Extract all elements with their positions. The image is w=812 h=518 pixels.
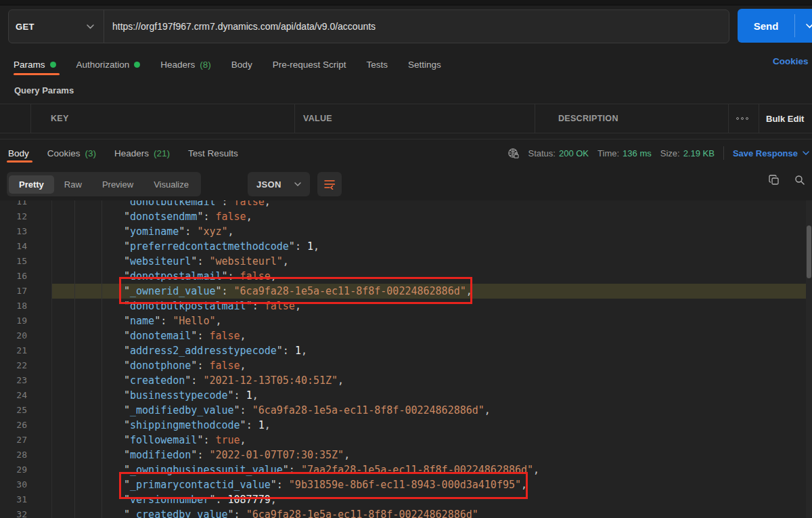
chevron-down-icon bbox=[87, 24, 94, 29]
more-options-icon[interactable] bbox=[736, 104, 748, 133]
code-line-24: 24"businesstypecode": 1, bbox=[0, 388, 812, 403]
line-number: 29 bbox=[0, 462, 51, 477]
scrollbar-thumb[interactable] bbox=[807, 225, 811, 278]
column-header-key: KEY bbox=[51, 104, 69, 133]
url-input[interactable]: https://orgf197f967.crm7.dynamics.com/ap… bbox=[104, 10, 729, 43]
status-readout: Status: 200 OK bbox=[528, 148, 589, 158]
line-number: 12 bbox=[0, 209, 51, 224]
line-number: 22 bbox=[0, 358, 51, 373]
tab-headers[interactable]: Headers (8) bbox=[160, 60, 211, 70]
tab-params-label: Params bbox=[14, 60, 45, 70]
http-method-value: GET bbox=[16, 22, 35, 32]
tab-body[interactable]: Body bbox=[231, 60, 252, 70]
globe-lock-icon bbox=[508, 148, 519, 159]
send-button[interactable]: Send bbox=[738, 9, 812, 43]
code-line-23: 23"createdon": "2021-12-13T05:40:51Z", bbox=[0, 373, 812, 388]
code-line-14: 14"preferredcontactmethodcode": 1, bbox=[0, 239, 812, 254]
tab-tests[interactable]: Tests bbox=[366, 60, 388, 70]
code-line-13: 13"yominame": "xyz", bbox=[0, 224, 812, 239]
line-number: 24 bbox=[0, 388, 51, 403]
chevron-down-icon bbox=[294, 182, 301, 186]
column-divider bbox=[759, 104, 759, 133]
size-readout: Size: 2.19 KB bbox=[660, 148, 715, 158]
line-number: 15 bbox=[0, 254, 51, 269]
tab-headers-label: Headers bbox=[160, 60, 195, 70]
response-tab-cookies[interactable]: Cookies (3) bbox=[47, 148, 96, 158]
language-value: JSON bbox=[256, 179, 281, 190]
time-readout: Time: 136 ms bbox=[597, 148, 652, 158]
response-tab-headers[interactable]: Headers (21) bbox=[114, 148, 170, 158]
tab-pre-request-script[interactable]: Pre-request Script bbox=[273, 60, 346, 70]
column-header-description: DESCRIPTION bbox=[558, 104, 618, 133]
response-meta-bar: Status: 200 OK Time: 136 ms Size: 2.19 K… bbox=[508, 139, 809, 167]
text-wrap-icon bbox=[323, 179, 336, 190]
response-tab-body-label: Body bbox=[8, 148, 29, 158]
tab-params[interactable]: Params bbox=[14, 60, 56, 70]
line-number: 27 bbox=[0, 433, 51, 448]
query-params-table-header: KEY VALUE DESCRIPTION Bulk Edit bbox=[0, 104, 812, 133]
size-value: 2.19 KB bbox=[683, 148, 715, 158]
line-number: 13 bbox=[0, 224, 51, 239]
view-visualize[interactable]: Visualize bbox=[143, 175, 199, 194]
line-number: 28 bbox=[0, 448, 51, 462]
code-line-11: 11"donotbulkemail": false, bbox=[0, 200, 812, 209]
response-body-editor[interactable]: 11"donotbulkemail": false,12"donotsendmm… bbox=[0, 200, 812, 518]
code-line-32: 32"_createdby_value": "6ca9fa28-1e5a-ec1… bbox=[0, 507, 812, 518]
bulk-edit-button[interactable]: Bulk Edit bbox=[766, 104, 804, 133]
line-number: 18 bbox=[0, 299, 51, 314]
view-pretty[interactable]: Pretty bbox=[9, 175, 54, 194]
response-tab-body[interactable]: Body bbox=[8, 148, 29, 158]
line-number: 30 bbox=[0, 477, 51, 492]
chevron-down-icon[interactable] bbox=[795, 9, 812, 43]
code-line-20: 20"donotemail": false, bbox=[0, 328, 812, 343]
top-divider bbox=[0, 0, 812, 5]
line-number: 20 bbox=[0, 328, 51, 343]
size-label: Size: bbox=[660, 148, 680, 158]
cookies-link[interactable]: Cookies bbox=[773, 56, 809, 66]
line-number: 26 bbox=[0, 418, 51, 433]
tab-settings[interactable]: Settings bbox=[408, 60, 441, 70]
line-number: 25 bbox=[0, 403, 51, 418]
annotation-box-ownerid bbox=[119, 277, 472, 304]
column-divider bbox=[728, 104, 729, 133]
send-button-label: Send bbox=[738, 9, 794, 43]
copy-icon[interactable] bbox=[769, 175, 780, 186]
line-number: 23 bbox=[0, 373, 51, 388]
code-line-21: 21"address2_addresstypecode": 1, bbox=[0, 343, 812, 358]
line-number: 17 bbox=[0, 284, 51, 299]
save-response-button[interactable]: Save Response bbox=[733, 148, 809, 158]
view-preview[interactable]: Preview bbox=[92, 175, 143, 194]
search-icon[interactable] bbox=[794, 175, 805, 186]
code-line-25: 25"_modifiedby_value": "6ca9fa28-1e5a-ec… bbox=[0, 403, 812, 418]
params-populated-dot bbox=[50, 62, 56, 68]
status-label: Status: bbox=[528, 148, 555, 158]
code-line-19: 19"name": "Hello", bbox=[0, 314, 812, 328]
tab-tests-label: Tests bbox=[366, 60, 388, 70]
headers-count-badge: (8) bbox=[200, 60, 211, 70]
column-divider bbox=[294, 104, 295, 133]
tab-authorization[interactable]: Authorization bbox=[76, 60, 141, 70]
response-tab-cookies-label: Cookies bbox=[47, 148, 81, 158]
response-tab-test-results-label: Test Results bbox=[188, 148, 238, 158]
request-url-bar: GET https://orgf197f967.crm7.dynamics.co… bbox=[8, 9, 729, 43]
response-tab-test-results[interactable]: Test Results bbox=[188, 148, 238, 158]
text-wrap-button[interactable] bbox=[317, 172, 342, 196]
http-method-select[interactable]: GET bbox=[9, 10, 104, 43]
language-select[interactable]: JSON bbox=[248, 172, 310, 196]
active-response-tab-indicator bbox=[7, 160, 32, 163]
meta-divider bbox=[723, 146, 724, 160]
tab-authorization-label: Authorization bbox=[76, 60, 130, 70]
response-tabs: Body Cookies (3) Headers (21) Test Resul… bbox=[8, 139, 238, 167]
line-number: 31 bbox=[0, 492, 51, 507]
annotation-box-primarycontactid bbox=[119, 472, 528, 499]
tab-pre-request-script-label: Pre-request Script bbox=[273, 60, 346, 70]
response-tool-icons bbox=[769, 175, 805, 186]
response-headers-count-badge: (21) bbox=[154, 148, 170, 158]
column-divider bbox=[535, 104, 535, 133]
view-raw[interactable]: Raw bbox=[54, 175, 92, 194]
time-value: 136 ms bbox=[623, 148, 652, 158]
time-label: Time: bbox=[597, 148, 619, 158]
scrollbar-track[interactable] bbox=[806, 200, 812, 518]
column-divider bbox=[30, 104, 31, 133]
active-tab-indicator bbox=[14, 73, 60, 75]
